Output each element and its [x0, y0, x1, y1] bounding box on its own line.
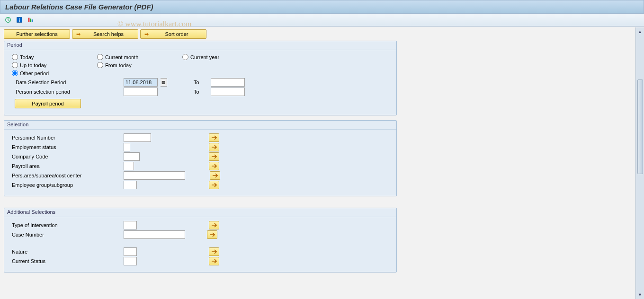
current-status-input[interactable]: [124, 257, 137, 265]
type-of-intervention-label: Type of Intervention: [9, 222, 104, 228]
multiple-selection-button[interactable]: [210, 171, 220, 180]
further-selections-label: Further selections: [16, 31, 57, 37]
radio-current-month[interactable]: Current month: [97, 54, 163, 60]
data-selection-from-input[interactable]: [124, 78, 158, 87]
radio-current-month-label: Current month: [105, 54, 138, 60]
radio-today-label: Today: [20, 54, 34, 60]
period-group-title: Period: [4, 41, 396, 50]
multiple-selection-button[interactable]: [209, 221, 219, 229]
scroll-down-icon[interactable]: ▼: [637, 291, 644, 298]
period-group: Period Today Current month Current year …: [4, 41, 397, 115]
company-code-label: Company Code: [9, 154, 104, 159]
payroll-area-label: Payroll area: [9, 163, 104, 169]
data-selection-period-label: Data Selection Period: [9, 79, 104, 85]
scroll-up-icon[interactable]: ▲: [637, 28, 644, 35]
selection-button-row: Further selections ➡ Search helps ➡ Sort…: [4, 29, 630, 39]
search-helps-label: Search helps: [84, 31, 133, 37]
nature-input[interactable]: [124, 247, 137, 256]
employee-group-label: Employee group/subgroup: [9, 182, 104, 188]
sort-order-label: Sort order: [152, 31, 201, 37]
arrow-right-icon: ➡: [143, 31, 150, 37]
payroll-period-button[interactable]: Payroll period: [15, 99, 81, 108]
window-title: Labour Relations Case File Generator (PD…: [5, 3, 153, 11]
data-selection-to-input[interactable]: [211, 78, 245, 87]
person-selection-to-input[interactable]: [211, 88, 245, 96]
person-selection-from-input[interactable]: [124, 88, 158, 96]
main-content: Further selections ➡ Search helps ➡ Sort…: [0, 26, 644, 298]
case-number-label: Case Number: [9, 232, 104, 237]
scrollbar-thumb[interactable]: [637, 79, 643, 174]
multiple-selection-button[interactable]: [209, 247, 219, 256]
multiple-selection-button[interactable]: [209, 181, 219, 189]
svg-rect-3: [28, 18, 30, 22]
payroll-period-label: Payroll period: [32, 101, 63, 106]
personnel-number-label: Personnel Number: [9, 135, 104, 141]
info-icon[interactable]: i: [15, 16, 24, 24]
search-helps-button[interactable]: ➡ Search helps: [72, 29, 138, 39]
multiple-selection-button[interactable]: [209, 152, 219, 161]
selection-group: Selection Personnel Number Employment st…: [4, 120, 397, 196]
to-label: To: [194, 89, 208, 95]
sort-order-button[interactable]: ➡ Sort order: [140, 29, 206, 39]
employment-status-input[interactable]: [124, 143, 130, 151]
employment-status-label: Employment status: [9, 144, 104, 150]
to-label: To: [194, 79, 208, 85]
window-title-bar: Labour Relations Case File Generator (PD…: [0, 0, 644, 14]
multiple-selection-button[interactable]: [209, 143, 219, 151]
multiple-selection-button[interactable]: [209, 133, 219, 142]
bars-icon[interactable]: [27, 16, 35, 24]
multiple-selection-button[interactable]: [209, 257, 219, 265]
further-selections-button[interactable]: Further selections: [4, 29, 70, 39]
svg-text:i: i: [19, 18, 20, 23]
radio-today[interactable]: Today: [12, 54, 78, 60]
personnel-number-input[interactable]: [124, 133, 151, 142]
multiple-selection-button[interactable]: [209, 162, 219, 170]
radio-from-today-label: From today: [105, 62, 132, 68]
radio-up-to-today-label: Up to today: [20, 62, 46, 68]
radio-current-year[interactable]: Current year: [182, 54, 249, 60]
execute-icon[interactable]: [4, 16, 12, 24]
payroll-area-input[interactable]: [124, 162, 134, 170]
person-selection-period-label: Person selection period: [9, 89, 104, 95]
nature-label: Nature: [9, 249, 104, 255]
multiple-selection-button[interactable]: [207, 230, 217, 239]
additional-selections-group: Additional Selections Type of Interventi…: [4, 208, 397, 273]
type-of-intervention-input[interactable]: [124, 221, 137, 229]
date-picker-icon[interactable]: ▦: [161, 78, 167, 87]
svg-rect-5: [32, 19, 33, 22]
radio-current-year-label: Current year: [190, 54, 219, 60]
selection-group-title: Selection: [4, 121, 396, 130]
app-toolbar: i: [0, 14, 644, 26]
arrow-right-icon: ➡: [74, 31, 82, 37]
pers-area-input[interactable]: [124, 171, 185, 180]
case-number-input[interactable]: [124, 230, 185, 239]
current-status-label: Current Status: [9, 258, 104, 264]
pers-area-label: Pers.area/subarea/cost center: [9, 173, 104, 178]
radio-other-period[interactable]: Other period: [12, 70, 78, 76]
employee-group-input[interactable]: [124, 181, 137, 189]
svg-rect-4: [30, 18, 31, 22]
radio-from-today[interactable]: From today: [97, 62, 163, 68]
vertical-scrollbar[interactable]: ▲ ▼: [635, 27, 644, 299]
radio-other-period-label: Other period: [20, 70, 49, 76]
additional-group-title: Additional Selections: [4, 208, 396, 217]
company-code-input[interactable]: [124, 152, 140, 161]
radio-up-to-today[interactable]: Up to today: [12, 62, 78, 68]
